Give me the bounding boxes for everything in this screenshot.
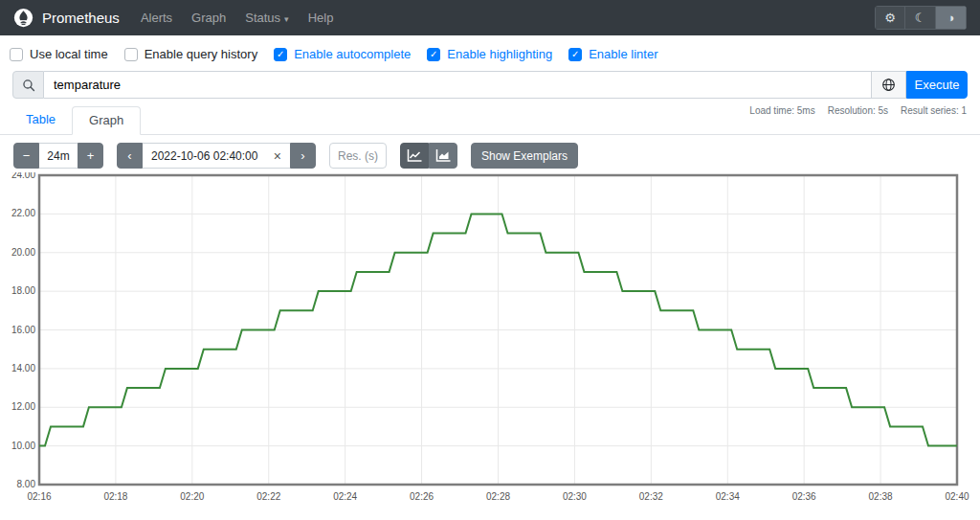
checkbox-icon: ✓ [274, 48, 287, 61]
show-exemplars-button[interactable]: Show Exemplars [471, 143, 578, 169]
settings-button[interactable]: ⚙ [875, 6, 905, 30]
x-tick-label: 02:38 [869, 491, 893, 502]
prometheus-logo-icon [13, 8, 33, 28]
query-stats: Load time: 5ms Resolution: 5s Result ser… [749, 105, 967, 116]
y-tick-label: 16.00 [11, 325, 35, 335]
checkbox-icon: ✓ [568, 48, 582, 61]
decrease-range-button[interactable]: − [13, 143, 39, 169]
x-tick-label: 02:26 [410, 491, 434, 502]
y-tick-label: 12.00 [11, 401, 35, 412]
metrics-explorer-button[interactable] [871, 71, 906, 99]
result-series: Result series: 1 [901, 105, 967, 116]
checkbox-icon [10, 48, 23, 61]
graph-controls: − + ‹ 2022-10-06 02:40:00 × › Show Exemp… [13, 143, 967, 169]
chevron-left-icon: ‹ [127, 148, 131, 163]
x-tick-label: 02:24 [333, 491, 357, 502]
meta-row: Load time: 5ms Resolution: 5s Result ser… [0, 102, 980, 135]
theme-button-group: ⚙ ☾ ◑ [875, 6, 967, 30]
x-tick-label: 02:32 [639, 491, 663, 502]
y-tick-label: 8.00 [17, 479, 36, 489]
nav-item-graph[interactable]: Graph [191, 11, 226, 25]
end-time-input[interactable]: 2022-10-06 02:40:00 × [143, 143, 290, 169]
gear-icon: ⚙ [884, 11, 896, 25]
checkbox-enable-linter[interactable]: ✓ Enable linter [568, 47, 657, 61]
x-tick-label: 02:40 [945, 491, 969, 502]
chart-type-group [400, 143, 457, 169]
graph-svg[interactable]: 02:1602:1802:2002:2202:2402:2602:2802:30… [11, 172, 980, 509]
end-time-value: 2022-10-06 02:40:00 [151, 149, 257, 163]
brand-title: Prometheus [42, 10, 120, 26]
x-tick-label: 02:36 [792, 491, 816, 502]
y-tick-label: 20.00 [11, 247, 35, 258]
checkbox-enable-highlighting[interactable]: ✓ Enable highlighting [427, 47, 552, 61]
options-row: Use local time Enable query history ✓ En… [0, 35, 980, 61]
expression-input[interactable] [44, 71, 871, 99]
search-icon-box [12, 71, 44, 99]
auto-theme-button[interactable]: ◑ [936, 6, 967, 30]
checkbox-use-local-time[interactable]: Use local time [10, 47, 108, 61]
graph-panel: 02:1602:1802:2002:2202:2402:2602:2802:30… [11, 172, 980, 509]
globe-icon [881, 78, 896, 92]
checkbox-label: Enable highlighting [447, 47, 552, 61]
navbar: Prometheus Alerts Graph Status▾ Help ⚙ ☾… [0, 0, 980, 35]
checkbox-label: Enable autocomplete [294, 47, 411, 61]
clear-time-icon[interactable]: × [268, 148, 281, 164]
checkbox-enable-query-history[interactable]: Enable query history [124, 47, 258, 61]
next-time-button[interactable]: › [290, 143, 316, 169]
y-tick-label: 14.00 [11, 363, 35, 373]
x-tick-label: 02:18 [103, 491, 127, 502]
x-tick-label: 02:20 [180, 491, 204, 502]
checkbox-icon [124, 48, 138, 61]
checkbox-enable-autocomplete[interactable]: ✓ Enable autocomplete [274, 47, 411, 61]
nav-item-status[interactable]: Status▾ [245, 11, 288, 25]
resolution: Resolution: 5s [828, 105, 888, 116]
range-input[interactable] [39, 143, 78, 169]
brand-link[interactable]: Prometheus [13, 8, 120, 28]
query-row: Execute [12, 71, 968, 99]
execute-button[interactable]: Execute [906, 71, 968, 99]
x-tick-label: 02:22 [256, 491, 280, 502]
search-icon [22, 79, 35, 92]
y-tick-label: 10.00 [11, 441, 35, 451]
time-group: ‹ 2022-10-06 02:40:00 × › [117, 143, 316, 169]
y-tick-label: 22.00 [11, 208, 35, 218]
x-tick-label: 02:34 [716, 491, 740, 502]
checkbox-icon: ✓ [427, 48, 440, 61]
nav-item-help[interactable]: Help [308, 11, 334, 25]
y-tick-label: 18.00 [11, 285, 35, 296]
moon-icon: ☾ [915, 11, 926, 25]
checkbox-label: Enable query history [145, 47, 258, 61]
resolution-input[interactable] [329, 143, 387, 169]
y-tick-label: 24.00 [11, 172, 35, 180]
tab-graph[interactable]: Graph [72, 106, 141, 135]
chevron-right-icon: › [301, 148, 304, 163]
stacked-chart-button[interactable] [429, 143, 457, 169]
chevron-down-icon: ▾ [284, 14, 289, 24]
line-chart-icon [407, 149, 422, 163]
dark-theme-button[interactable]: ☾ [905, 6, 936, 30]
increase-range-button[interactable]: + [78, 143, 103, 169]
x-tick-label: 02:28 [486, 491, 510, 502]
x-tick-label: 02:16 [27, 491, 51, 502]
tab-table[interactable]: Table [10, 106, 72, 134]
checkbox-label: Use local time [30, 47, 108, 61]
load-time: Load time: 5ms [749, 105, 814, 116]
prev-time-button[interactable]: ‹ [117, 143, 143, 169]
x-tick-label: 02:30 [563, 491, 587, 502]
line-chart-button[interactable] [400, 143, 429, 169]
range-group: − + [13, 143, 103, 169]
checkbox-label: Enable linter [589, 47, 657, 61]
half-circle-icon: ◑ [947, 11, 955, 25]
area-chart-icon [435, 149, 451, 163]
nav-item-alerts[interactable]: Alerts [141, 11, 172, 25]
